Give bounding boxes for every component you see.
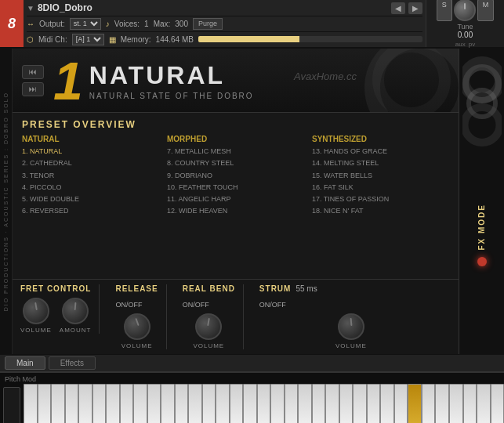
white-key[interactable] <box>51 384 65 423</box>
white-key[interactable] <box>92 384 107 423</box>
white-key[interactable] <box>325 384 339 423</box>
morphed-item-2[interactable]: 8. COUNTRY STEEL <box>167 157 304 169</box>
real-bend-knob[interactable] <box>195 313 222 340</box>
white-key[interactable] <box>230 384 244 423</box>
synth-item-6[interactable]: 18. NICE N' FAT <box>312 205 449 217</box>
release-volume-label: VOLUME <box>121 342 153 349</box>
fx-dot[interactable] <box>477 257 487 266</box>
synth-item-1[interactable]: 13. HANDS OF GRACE <box>312 146 449 157</box>
pitch-mod-label: Pitch Mod <box>5 375 36 383</box>
white-key[interactable] <box>435 384 449 423</box>
next-icon[interactable]: ▶ <box>408 2 422 14</box>
white-key[interactable] <box>78 384 92 423</box>
white-key[interactable] <box>257 384 271 423</box>
white-key[interactable] <box>216 384 230 423</box>
fret-amount-knob[interactable] <box>62 298 89 324</box>
white-key[interactable] <box>422 384 436 423</box>
white-key[interactable] <box>38 384 52 423</box>
white-key[interactable] <box>147 384 161 423</box>
morphed-item-4[interactable]: 10. FEATHER TOUCH <box>167 182 304 193</box>
white-key[interactable] <box>339 384 354 423</box>
output-label: Output: <box>39 20 65 28</box>
white-key[interactable] <box>133 384 147 423</box>
tab-effects[interactable]: Effects <box>49 356 96 370</box>
fx-mode-panel: FX MODE <box>459 49 504 354</box>
white-key[interactable] <box>24 384 38 423</box>
release-toggle-row: ON/OFF <box>115 296 158 310</box>
white-key[interactable] <box>394 384 408 423</box>
midi-row: ⬡ Midi Ch: [A] 1 ▦ Memory: 144.64 MB <box>27 32 422 47</box>
fret-knobs: VOLUME AMOUNT <box>20 298 91 334</box>
release-knob[interactable] <box>124 313 150 340</box>
prev-icon[interactable]: ◀ <box>391 2 405 14</box>
preset-columns: NATURAL 1. NATURAL 2. CATHEDRAL 3. TENOR… <box>22 135 449 218</box>
col-title-natural: NATURAL <box>22 135 159 143</box>
white-key[interactable] <box>188 384 202 423</box>
purge-button[interactable]: Purge <box>193 18 223 30</box>
preset-col-morphed: MORPHED 7. METALLIC MESH 8. COUNTRY STEE… <box>167 135 304 218</box>
strum-volume-label: VOLUME <box>335 342 367 349</box>
white-key[interactable] <box>243 384 257 423</box>
morphed-item-1[interactable]: 7. METALLIC MESH <box>167 146 304 157</box>
white-key[interactable] <box>367 384 381 423</box>
pitch-strip[interactable] <box>3 387 20 423</box>
tab-main[interactable]: Main <box>5 356 45 370</box>
next-button[interactable]: ⏭ <box>22 82 44 96</box>
white-key[interactable] <box>65 384 79 423</box>
tune-knob[interactable] <box>454 0 476 21</box>
release-title: RELEASE <box>115 284 158 293</box>
white-key[interactable] <box>120 384 134 423</box>
output-select[interactable]: st. 1 <box>70 18 101 30</box>
white-key[interactable] <box>106 384 120 423</box>
col-title-morphed: MORPHED <box>167 135 304 143</box>
prev-icon: ⏮ <box>29 67 37 76</box>
white-key[interactable] <box>270 384 285 423</box>
morphed-item-6[interactable]: 12. WIDE HEAVEN <box>167 205 304 217</box>
memory-value: 144.64 MB <box>156 35 194 44</box>
white-key[interactable] <box>312 384 326 423</box>
morphed-item-3[interactable]: 9. DOBRIANO <box>167 170 304 182</box>
natural-item-4[interactable]: 4. PICCOLO <box>22 182 159 193</box>
fret-volume-knob[interactable] <box>23 298 49 324</box>
main-content: ⏮ ⏭ 1 NATURAL NATURAL STATE OF THE DOBRO… <box>13 49 459 354</box>
m-button[interactable]: M <box>477 0 495 21</box>
white-key[interactable] <box>380 384 394 423</box>
natural-item-2[interactable]: 2. CATHEDRAL <box>22 157 159 169</box>
memory-bar <box>198 36 422 42</box>
natural-item-6[interactable]: 6. REVERSED <box>22 205 159 217</box>
synth-item-3[interactable]: 15. WATER BELLS <box>312 170 449 182</box>
synth-item-2[interactable]: 14. MELTING STEEL <box>312 157 449 169</box>
white-key[interactable] <box>463 384 477 423</box>
keyboard-area: Pitch Mod <box>0 371 504 423</box>
output-row: ↔ Output: st. 1 ♪ Voices: 1 Max: 300 Pur… <box>27 16 422 31</box>
s-button[interactable]: S <box>437 0 452 21</box>
morphed-item-5[interactable]: 11. ANGELIC HARP <box>167 193 304 205</box>
white-key[interactable] <box>353 384 367 423</box>
synth-item-5[interactable]: 17. TINES OF PASSION <box>312 193 449 205</box>
midi-select[interactable]: [A] 1 <box>72 34 104 45</box>
white-key[interactable] <box>202 384 216 423</box>
real-bend-group: REAL BEND ON/OFF VOLUME <box>175 284 244 349</box>
natural-item-5[interactable]: 5. WIDE DOUBLE <box>22 193 159 205</box>
white-key[interactable] <box>298 384 312 423</box>
logo-area: 8 <box>0 0 24 47</box>
natural-item-3[interactable]: 3. TENOR <box>22 170 159 182</box>
white-key-amber[interactable] <box>408 384 422 423</box>
white-key[interactable] <box>161 384 175 423</box>
preset-overview: PRESET OVERVIEW NATURAL 1. NATURAL 2. CA… <box>13 113 459 279</box>
white-key[interactable] <box>477 384 491 423</box>
expand-icon[interactable]: ▼ <box>27 4 34 13</box>
memory-label: Memory: <box>121 35 151 44</box>
voices-icon: ♪ <box>106 20 110 28</box>
transport-buttons: ⏮ ⏭ <box>22 65 44 96</box>
fx-mode-title: FX MODE <box>477 204 486 251</box>
white-key[interactable] <box>175 384 189 423</box>
strum-knob[interactable] <box>338 313 364 340</box>
natural-item-1[interactable]: 1. NATURAL <box>22 146 159 157</box>
white-key[interactable] <box>285 384 299 423</box>
release-toggle-label: ON/OFF <box>115 301 142 309</box>
white-key[interactable] <box>491 384 504 423</box>
prev-button[interactable]: ⏮ <box>22 65 44 79</box>
white-key[interactable] <box>449 384 463 423</box>
synth-item-4[interactable]: 16. FAT SILK <box>312 182 449 193</box>
